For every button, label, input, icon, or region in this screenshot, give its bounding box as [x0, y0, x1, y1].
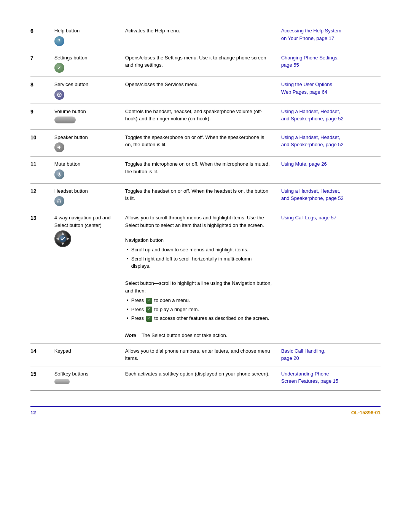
row-number: 10: [30, 129, 51, 157]
table-row: 14 Keypad Allows you to dial phone numbe…: [30, 343, 381, 366]
row-link[interactable]: Basic Call Handling,page 20: [277, 343, 381, 366]
row-label-cell: Speaker button: [51, 129, 121, 157]
softkey-button-icon: [54, 379, 70, 384]
mute-icon-svg: [57, 172, 62, 177]
row-number: 13: [30, 210, 51, 343]
headset-icon-svg: [57, 199, 62, 203]
services-button-icon: [54, 90, 64, 100]
row-description: Opens/closes the Services menu.: [121, 77, 277, 104]
row-description: Controls the handset, headset, and speak…: [121, 104, 277, 129]
row-label-cell: Help button ?: [51, 23, 121, 50]
row-label-cell: Softkey buttons: [51, 366, 121, 390]
row-link[interactable]: Using the User OptionsWeb Pages, page 64: [277, 77, 381, 104]
row-link[interactable]: Accessing the Help Systemon Your Phone, …: [277, 23, 381, 50]
row-number: 8: [30, 77, 51, 104]
row-description: Each activates a softkey option (display…: [121, 366, 277, 390]
row-label-cell: Volume button: [51, 104, 121, 129]
row-link[interactable]: Using a Handset, Headset,and Speakerphon…: [277, 129, 381, 157]
row-label-cell: 4-way navigation pad and Select button (…: [51, 210, 121, 343]
row-number: 7: [30, 50, 51, 77]
row-description-complex: Allows you to scroll through menus and h…: [121, 210, 277, 343]
check-icon: ✓: [146, 316, 152, 322]
row-description: Toggles the speakerphone on or off. When…: [121, 129, 277, 157]
page-number: 12: [30, 410, 36, 415]
row-description: Opens/closes the Settings menu. Use it t…: [121, 50, 277, 77]
volume-button-icon: [54, 117, 76, 123]
table-row: 6 Help button ? Activates the Help menu.…: [30, 23, 381, 50]
nav-pad-svg: [54, 230, 71, 248]
row-label-cell: Mute button: [51, 157, 121, 184]
row-label-cell: Headset button: [51, 183, 121, 210]
list-item: Scroll up and down to see menus and high…: [125, 246, 272, 254]
row-link[interactable]: Using a Handset, Headset,and Speakerphon…: [277, 104, 381, 129]
table-row: 11 Mute button Toggles the microphone on…: [30, 157, 381, 184]
table-row: 12 Headset button Toggles the headset on…: [30, 183, 381, 210]
row-link[interactable]: Using Mute, page 26: [277, 157, 381, 184]
table-row: 8 Services button Opens/closes the Servi…: [30, 77, 381, 104]
row-number: 6: [30, 23, 51, 50]
list-item: Press ✓ to access other features as desc…: [125, 315, 272, 322]
table-row: 13 4-way navigation pad and Select butto…: [30, 210, 381, 343]
features-table: 6 Help button ? Activates the Help menu.…: [30, 23, 381, 391]
document-number: OL-15896-01: [351, 410, 381, 415]
row-description: Activates the Help menu.: [121, 23, 277, 50]
row-link[interactable]: Understanding PhoneScreen Features, page…: [277, 366, 381, 390]
table-row: 10 Speaker button Toggles the speakerpho…: [30, 129, 381, 157]
row-number: 11: [30, 157, 51, 184]
table-row: 9 Volume button Controls the handset, he…: [30, 104, 381, 129]
svg-rect-2: [59, 173, 60, 175]
list-item: Press ✓ to play a ringer item.: [125, 306, 272, 313]
nav-bullets-list: Scroll up and down to see menus and high…: [125, 246, 272, 270]
nav-button-icon: [54, 230, 71, 247]
list-item: Scroll right and left to scroll horizont…: [125, 255, 272, 270]
table-row: 15 Softkey buttons Each activates a soft…: [30, 366, 381, 390]
row-label-cell: Settings button ✓: [51, 50, 121, 77]
headset-button-icon: [54, 196, 64, 206]
note-paragraph: Note The Select button does not take act…: [125, 332, 272, 339]
row-link[interactable]: Using Call Logs, page 57: [277, 210, 381, 343]
page-footer: 12 OL-15896-01: [30, 406, 381, 415]
row-label-cell: Keypad: [51, 343, 121, 366]
row-label-cell: Services button: [51, 77, 121, 104]
row-description: Allows you to dial phone numbers, enter …: [121, 343, 277, 366]
page-content: 6 Help button ? Activates the Help menu.…: [30, 23, 381, 415]
select-bullets-list: Press ✓ to open a menu. Press ✓ to play …: [125, 297, 272, 322]
row-link[interactable]: Changing Phone Settings,page 55: [277, 50, 381, 77]
row-number: 14: [30, 343, 51, 366]
row-description: Toggles the headset on or off. When the …: [121, 183, 277, 210]
speaker-button-icon: [54, 142, 64, 152]
settings-button-icon: ✓: [54, 63, 64, 73]
row-number: 9: [30, 104, 51, 129]
row-number: 12: [30, 183, 51, 210]
services-icon-svg: [57, 92, 62, 97]
check-icon: ✓: [146, 298, 152, 304]
list-item: Press ✓ to open a menu.: [125, 297, 272, 304]
check-icon: ✓: [146, 307, 152, 313]
row-number: 15: [30, 366, 51, 390]
row-description: Toggles the microphone on or off. When t…: [121, 157, 277, 184]
help-button-icon: ?: [54, 36, 64, 46]
svg-rect-5: [60, 201, 61, 203]
row-link[interactable]: Using a Handset, Headset,and Speakerphon…: [277, 183, 381, 210]
mute-button-icon: [54, 169, 64, 179]
svg-rect-4: [57, 201, 59, 203]
svg-rect-1: [57, 147, 59, 148]
table-row: 7 Settings button ✓ Opens/closes the Set…: [30, 50, 381, 77]
speaker-icon-svg: [57, 145, 62, 150]
